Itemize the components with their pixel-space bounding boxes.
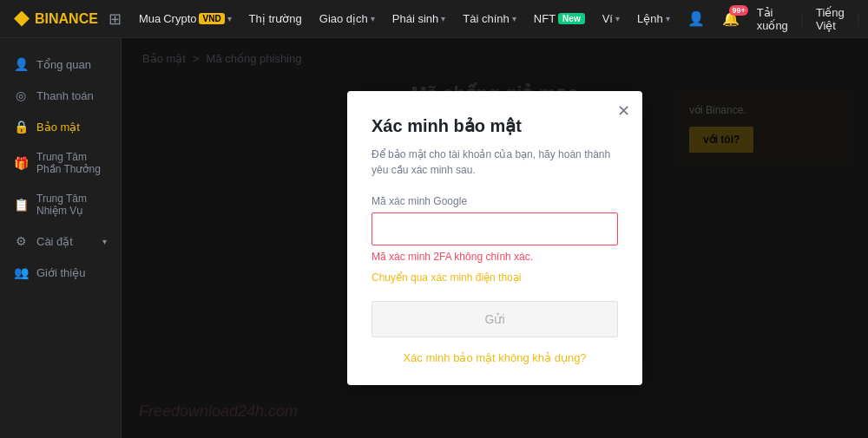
- nav-lenh-item[interactable]: Lệnh ▾: [630, 12, 677, 25]
- binance-logo[interactable]: BINANCE: [14, 11, 98, 27]
- sidebar-thanh-toan-label: Thanh toán: [36, 89, 94, 102]
- sidebar-nhiem-vu-label: Trung Tâm Nhiệm Vụ: [36, 193, 107, 217]
- grid-icon[interactable]: ⊞: [108, 10, 122, 29]
- nav-chevron-icon: ▾: [227, 14, 232, 23]
- modal-title: Xác minh bảo mật: [372, 115, 618, 136]
- google-auth-input[interactable]: [379, 215, 610, 243]
- sidebar-phan-thuong-label: Trung Tâm Phần Thưởng: [36, 151, 107, 175]
- nav-item-thi-truong[interactable]: Thị trường: [242, 0, 309, 38]
- modal-bottom-link[interactable]: Xác minh bảo mật không khả dụng?: [372, 351, 618, 364]
- user-circle-icon: 👤: [687, 10, 705, 27]
- nav-user-icon-item[interactable]: 👤: [681, 10, 712, 27]
- sidebar-item-gioi-thieu[interactable]: 👥 Giới thiệu: [0, 257, 121, 288]
- sidebar: 👤 Tổng quan ◎ Thanh toán 🔒 Bảo mật 🎁 Tru…: [0, 38, 122, 438]
- modal-subtitle: Để bảo mật cho tài khoản của bạn, hãy ho…: [372, 147, 618, 178]
- nav-lenh-label: Lệnh: [637, 12, 663, 25]
- phan-thuong-icon: 🎁: [14, 156, 28, 170]
- sidebar-cai-dat-label: Cài đặt: [36, 235, 73, 248]
- sidebar-item-thanh-toan[interactable]: ◎ Thanh toán: [0, 80, 121, 111]
- nav-giao-dich-label: Giao dịch: [319, 12, 368, 25]
- nav-item-tai-chinh[interactable]: Tài chính ▾: [456, 0, 523, 38]
- top-navbar: BINANCE ⊞ Mua Crypto VND ▾ Thị trường Gi…: [0, 0, 868, 38]
- google-auth-label: Mã xác minh Google: [372, 195, 618, 207]
- modal-submit-button[interactable]: Gửi: [372, 301, 618, 337]
- phone-verification-link[interactable]: Chuyển qua xác minh điện thoại: [372, 271, 618, 284]
- nav-item-mua-crypto[interactable]: Mua Crypto VND ▾: [132, 0, 239, 38]
- sidebar-tong-quan-label: Tổng quan: [36, 58, 91, 71]
- modal-overlay: ✕ Xác minh bảo mật Để bảo mật cho tài kh…: [122, 38, 868, 438]
- nav-crypto-label: Crypto: [163, 12, 196, 25]
- nav-vi-chevron: ▾: [615, 14, 620, 23]
- nav-right-group: Ví ▾ Lệnh ▾ 👤 🔔 99+ Tải xuống | Tiếng Vi…: [595, 6, 868, 32]
- nav-thi-truong-label: Thị trường: [249, 12, 302, 25]
- sidebar-item-nhiem-vu[interactable]: 📋 Trung Tâm Nhiệm Vụ: [0, 184, 121, 226]
- nav-tai-xuong-item[interactable]: Tải xuống: [750, 6, 795, 32]
- google-auth-error: Mã xác minh 2FA không chính xác.: [372, 251, 618, 263]
- nav-item-nft[interactable]: NFT New: [527, 0, 592, 38]
- nav-tai-chinh-label: Tài chính: [463, 12, 509, 25]
- sidebar-gioi-thieu-label: Giới thiệu: [36, 266, 85, 279]
- sidebar-item-tong-quan[interactable]: 👤 Tổng quan: [0, 49, 121, 80]
- nav-mua-label: Mua: [139, 12, 161, 25]
- bao-mat-icon: 🔒: [14, 120, 28, 134]
- sidebar-item-trung-tam-phan-thuong[interactable]: 🎁 Trung Tâm Phần Thưởng: [0, 142, 121, 184]
- nav-language-item[interactable]: Tiếng Việt: [809, 6, 852, 32]
- cai-dat-chevron-icon: ▾: [102, 237, 107, 246]
- sidebar-item-bao-mat[interactable]: 🔒 Bảo mật: [0, 111, 121, 142]
- nav-item-phai-sinh[interactable]: Phái sinh ▾: [385, 0, 452, 38]
- nav-tai-xuong-label: Tải xuống: [757, 6, 788, 32]
- nav-bell-item[interactable]: 🔔 99+: [715, 10, 746, 27]
- gioi-thieu-icon: 👥: [14, 265, 28, 279]
- main-layout: 👤 Tổng quan ◎ Thanh toán 🔒 Bảo mật 🎁 Tru…: [0, 38, 868, 438]
- thanh-toan-icon: ◎: [14, 88, 28, 102]
- nav-new-badge: New: [558, 13, 585, 24]
- tong-quan-icon: 👤: [14, 57, 28, 71]
- modal-close-button[interactable]: ✕: [617, 103, 630, 119]
- nav-phai-sinh-label: Phái sinh: [392, 12, 438, 25]
- nav-lenh-chevron: ▾: [666, 14, 670, 23]
- security-verification-modal: ✕ Xác minh bảo mật Để bảo mật cho tài kh…: [347, 91, 642, 385]
- nav-chevron-tai-icon: ▾: [512, 14, 516, 23]
- content-area: Bảo mật > Mã chống phishing Mã chống giả…: [122, 38, 868, 438]
- nav-vnd-badge: VND: [199, 13, 224, 24]
- nav-item-giao-dich[interactable]: Giao dịch ▾: [312, 0, 382, 38]
- nav-chevron-phai-icon: ▾: [441, 14, 445, 23]
- nav-nft-label: NFT: [534, 12, 556, 25]
- sidebar-bao-mat-label: Bảo mật: [36, 121, 80, 134]
- sidebar-item-cai-dat[interactable]: ⚙ Cài đặt ▾: [0, 226, 121, 257]
- nav-vi-label: Ví: [602, 12, 613, 25]
- nhiem-vu-icon: 📋: [14, 198, 28, 212]
- bell-badge-count: 99+: [729, 5, 747, 16]
- nav-language-label: Tiếng Việt: [816, 6, 845, 32]
- logo-text: BINANCE: [35, 11, 98, 27]
- cai-dat-icon: ⚙: [14, 234, 28, 248]
- nav-chevron-giao-icon: ▾: [371, 14, 375, 23]
- nav-sep1: |: [800, 11, 804, 27]
- google-auth-input-wrapper: [372, 212, 618, 245]
- logo-diamond-icon: [14, 11, 30, 27]
- nav-vi-item[interactable]: Ví ▾: [595, 12, 627, 25]
- nav-sep2: |: [857, 11, 860, 27]
